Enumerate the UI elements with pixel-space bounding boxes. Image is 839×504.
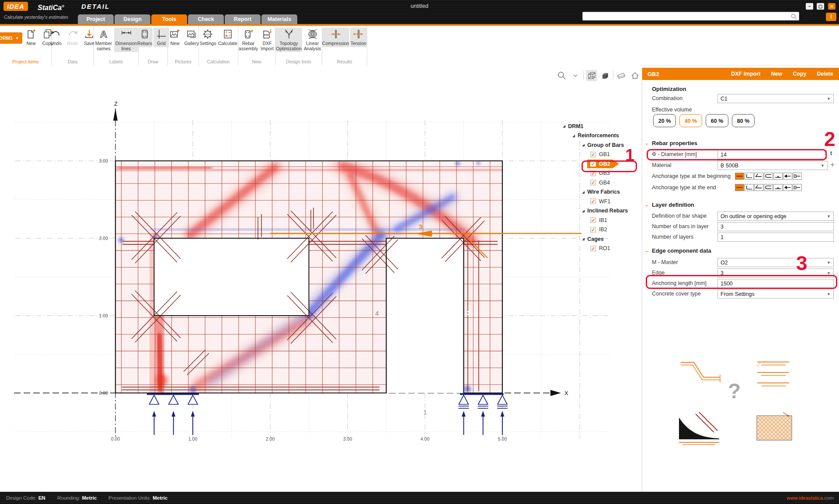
expander-icon[interactable]: ◢ xyxy=(582,143,585,147)
project-selector-button[interactable]: DRM1▼ xyxy=(0,32,22,44)
maximize-icon[interactable]: ▢ xyxy=(817,3,824,10)
tab-materials[interactable]: Materials xyxy=(261,14,297,24)
foot-anchor-icon[interactable] xyxy=(773,184,783,191)
checkbox-checked-icon[interactable]: ✓ xyxy=(590,170,596,176)
ribbon-new-button[interactable]: New xyxy=(167,28,183,47)
tree-node-inclined-rebars[interactable]: ◢Inclined Rebars xyxy=(562,206,641,216)
expander-icon[interactable]: ◢ xyxy=(582,237,585,241)
bar-shape-select[interactable]: On outline or opening edge▼ xyxy=(717,212,834,221)
checkbox-checked-icon[interactable]: ✓ xyxy=(590,161,596,167)
tree-item-gb4[interactable]: ✓GB4 xyxy=(562,178,641,188)
solid-view-icon[interactable] xyxy=(599,70,611,81)
volume-20-button[interactable]: 20 % xyxy=(653,114,676,127)
ribbon-linear-button[interactable]: Linear Analysis xyxy=(303,28,322,52)
end-plate-icon[interactable] xyxy=(793,173,802,180)
hook-90-icon[interactable] xyxy=(745,184,754,191)
checkbox-checked-icon[interactable]: ✓ xyxy=(590,152,596,157)
straight-anchor-icon[interactable] xyxy=(735,184,744,191)
tab-report[interactable]: Report xyxy=(225,14,261,24)
checkbox-checked-icon[interactable]: ✓ xyxy=(590,246,596,251)
drawing-canvas[interactable]: ZX12340.001.002.003.004.005.003.002.001.… xyxy=(0,66,639,492)
add-material-button[interactable]: + xyxy=(830,160,835,169)
end-plate-icon[interactable] xyxy=(793,184,802,191)
tab-check[interactable]: Check xyxy=(188,14,224,24)
expander-icon[interactable]: ◢ xyxy=(572,134,575,138)
diameter-stepper[interactable]: ▲▼ xyxy=(828,151,834,156)
welded-cross-bar-icon[interactable] xyxy=(783,184,792,191)
tree-item-ib2[interactable]: ✓IB2 xyxy=(562,225,641,235)
dxf-import-button[interactable]: DXF Import xyxy=(731,71,760,77)
ribbon-tension-button[interactable]: Tension xyxy=(350,28,367,47)
ribbon-rebars-button[interactable]: Rebars xyxy=(137,28,153,47)
tree-node-reinforcements[interactable]: ◢Reinforcements xyxy=(562,131,641,141)
combination-select[interactable]: C1▼ xyxy=(717,94,834,103)
collapse-chevron-icon[interactable]: ⌄ xyxy=(645,141,648,146)
hook-135-icon[interactable] xyxy=(754,184,763,191)
volume-80-button[interactable]: 80 % xyxy=(732,114,755,127)
ribbon-undo-button[interactable]: Undo xyxy=(48,28,64,47)
wireframe-view-icon[interactable] xyxy=(586,70,597,81)
material-select[interactable]: B 500B▼ xyxy=(717,161,828,170)
checkbox-checked-icon[interactable]: ✓ xyxy=(590,180,596,185)
tree-item-gb1[interactable]: ✓GB1 xyxy=(562,150,641,160)
ribbon-settings-button[interactable]: </>Settings xyxy=(199,28,217,47)
website-link[interactable]: www.ideastatica.com xyxy=(787,495,834,501)
diameter-input[interactable]: 14 xyxy=(717,150,827,159)
tab-design[interactable]: Design xyxy=(115,14,150,24)
ribbon-compression-button[interactable]: Compression xyxy=(322,28,349,47)
hook-135-icon[interactable] xyxy=(754,173,763,180)
welded-cross-bar-icon[interactable] xyxy=(783,173,792,180)
expander-icon[interactable]: ◢ xyxy=(582,209,585,213)
home-view-icon[interactable] xyxy=(629,70,641,81)
tree-item-gb3[interactable]: ✓GB3 xyxy=(562,169,641,178)
master-select[interactable]: O2▼ xyxy=(717,258,834,267)
collapse-chevron-icon[interactable]: ⌄ xyxy=(645,248,648,253)
ribbon-calculate-button[interactable]: +−×÷Calculate xyxy=(218,28,238,47)
info-button[interactable]: i xyxy=(826,13,836,21)
close-icon[interactable]: ✕ xyxy=(828,3,836,10)
concrete-cover-select[interactable]: From Settings▼ xyxy=(717,289,834,299)
copy-button[interactable]: Copy xyxy=(793,71,806,77)
minimize-icon[interactable]: – xyxy=(806,3,813,10)
ribbon-topology-button[interactable]: Topology Optimization xyxy=(275,28,302,52)
checkbox-checked-icon[interactable]: ✓ xyxy=(590,217,596,223)
tree-node-wire-fabrics[interactable]: ◢Wire Fabrics xyxy=(562,188,641,197)
chevron-down-icon[interactable] xyxy=(570,70,581,81)
section-view-icon[interactable] xyxy=(616,70,627,81)
collapse-chevron-icon[interactable]: ⌄ xyxy=(645,202,648,207)
tree-item-ib1[interactable]: ✓IB1 xyxy=(562,216,641,225)
delete-button[interactable]: Delete xyxy=(817,71,833,77)
volume-60-button[interactable]: 60 % xyxy=(706,114,728,127)
tree-item-wf1[interactable]: ✓WF1 xyxy=(562,197,641,206)
number-of-layers-input[interactable]: 1 xyxy=(717,233,834,242)
checkbox-checked-icon[interactable]: ✓ xyxy=(590,227,596,233)
ribbon-new-button[interactable]: New xyxy=(23,28,39,47)
expander-icon[interactable]: ◢ xyxy=(582,190,585,194)
straight-anchor-icon[interactable] xyxy=(735,173,744,180)
tab-project[interactable]: Project xyxy=(78,14,114,24)
anchoring-length-input[interactable]: 1500 xyxy=(717,279,834,288)
foot-anchor-icon[interactable] xyxy=(773,173,783,180)
new-button[interactable]: New xyxy=(771,71,783,77)
edge-select[interactable]: 3▼ xyxy=(717,268,834,278)
hook-90-icon[interactable] xyxy=(745,173,754,180)
ribbon-rebar-button[interactable]: Rebar assembly xyxy=(238,28,258,52)
ribbon-dxf-button[interactable]: DXFDXF Import xyxy=(259,28,275,52)
tree-node-cages[interactable]: ◢Cages xyxy=(562,234,641,244)
ribbon-gallery-button[interactable]: Gallery xyxy=(184,28,199,47)
volume-40-button[interactable]: 40 % xyxy=(679,114,702,127)
tree-node-drm1[interactable]: ◢DRM1 xyxy=(562,122,641,131)
bars-in-layer-input[interactable]: 3 xyxy=(717,222,834,231)
tree-item-gb2[interactable]: ✓GB2 xyxy=(562,159,641,169)
hook-180-icon[interactable] xyxy=(764,184,773,191)
tree-node-group-of-bars[interactable]: ◢Group of Bars xyxy=(562,140,641,150)
search-input[interactable] xyxy=(582,12,799,21)
hook-180-icon[interactable] xyxy=(764,173,773,180)
ribbon-member-button[interactable]: AMember names xyxy=(94,28,113,52)
expander-icon[interactable]: ◢ xyxy=(563,124,565,128)
ribbon-dimension-button[interactable]: Dimension lines xyxy=(114,28,138,52)
tab-tools[interactable]: Tools xyxy=(151,14,187,24)
tree-item-ro1[interactable]: ✓RO1 xyxy=(562,244,641,254)
zoom-icon[interactable] xyxy=(556,70,567,81)
checkbox-checked-icon[interactable]: ✓ xyxy=(590,198,596,204)
